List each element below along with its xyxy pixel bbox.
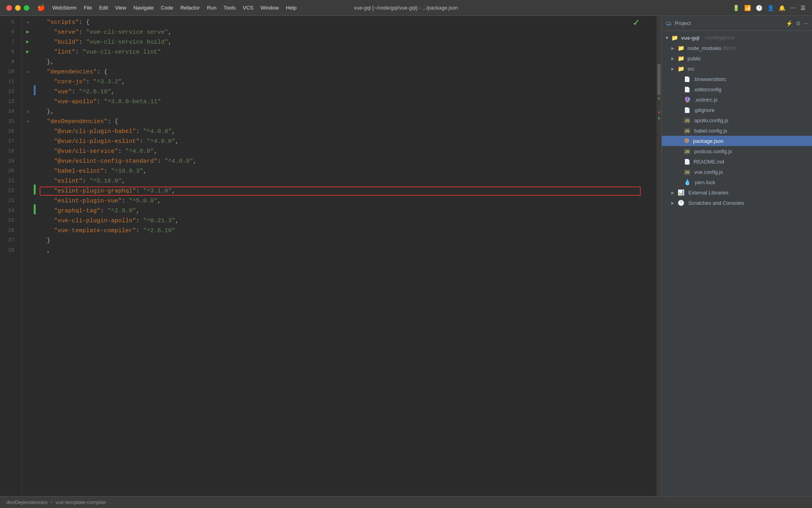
line-number-6: 6 (0, 27, 17, 37)
close-button[interactable] (6, 5, 12, 11)
minimize-button[interactable] (15, 5, 21, 11)
code-line-12[interactable]: "vue": "^2.6.10", (40, 87, 657, 97)
run-arrow[interactable]: ▶ (26, 38, 29, 46)
root-name: vue-gql (681, 35, 699, 41)
code-line-10[interactable]: "dependencies": { (40, 67, 657, 77)
code-line-28[interactable]: , (40, 246, 657, 256)
tree-item-scratches-and-consoles[interactable]: ▶🕐Scratches and Consoles (662, 198, 812, 208)
gutter-item-11 (22, 77, 34, 87)
menu-code[interactable]: Code (161, 5, 173, 11)
code-line-22[interactable]: "eslint-plugin-graphql": "^3.1.0", (40, 186, 657, 196)
js-icon: JS (684, 128, 690, 134)
code-line-15[interactable]: "devDependencies": { (40, 117, 657, 127)
editor-content[interactable]: 5678910111213141516171819202122232425262… (0, 16, 661, 496)
collapse-icon[interactable]: ─ (804, 20, 808, 27)
code-line-6[interactable]: "serve": "vue-cli-service serve", (40, 27, 657, 37)
gutter-item-10: ◇ (22, 67, 34, 77)
gutter-item-7[interactable]: ▶ (22, 37, 34, 47)
code-line-24[interactable]: "graphql-tag": "^2.9.0", (40, 206, 657, 216)
code-line-18[interactable]: "@vue/cli-service": "^4.0.0", (40, 146, 657, 156)
tree-item-external-libraries[interactable]: ▶📊External Libraries (662, 187, 812, 198)
fold-diamond[interactable]: ◇ (27, 109, 29, 115)
maximize-button[interactable] (24, 5, 29, 11)
tree-item-vue-config-js[interactable]: JSvue.config.js (662, 167, 812, 177)
fold-diamond[interactable]: ◇ (27, 119, 29, 125)
editor-scrollbar[interactable] (657, 16, 661, 496)
code-line-19[interactable]: "@vue/eslint-config-standard": "^4.0.0", (40, 156, 657, 166)
notification-icon: 🔔 (779, 5, 785, 11)
gutter-item-20 (22, 166, 34, 176)
menu-file[interactable]: File (84, 5, 92, 11)
gutter-item-9 (22, 57, 34, 67)
gutter-item-6[interactable]: ▶ (22, 27, 34, 37)
menu-window[interactable]: Window (260, 5, 279, 11)
folder-icon: 📁 (678, 65, 684, 72)
run-arrow[interactable]: ▶ (26, 28, 29, 37)
code-line-5[interactable]: "scripts": { (40, 17, 657, 27)
tree-item--eslintrc-js[interactable]: 🔮.eslintrc.js (662, 94, 812, 105)
run-arrow[interactable]: ▶ (26, 48, 29, 56)
settings-icon[interactable]: ⚙ (796, 20, 801, 27)
menu-tools[interactable]: Tools (224, 5, 236, 11)
code-line-14[interactable]: }, (40, 107, 657, 117)
tree-item-package-json[interactable]: ⚙package.json (662, 136, 812, 146)
menu-webstorm[interactable]: WebStorm (52, 5, 77, 11)
tree-item-readme-md[interactable]: 📄README.md (662, 156, 812, 167)
code-line-11[interactable]: "core-js": "^3.3.2", (40, 77, 657, 87)
apple-menu[interactable]: 🍎 (37, 4, 45, 12)
gutter-item-19 (22, 156, 34, 166)
filter-icon[interactable]: ⚡ (786, 20, 793, 27)
title-bar-right: 🔋 📶 🕐 👤 🔔 ⋯ ☰ (733, 5, 806, 11)
fold-diamond[interactable]: ◇ (27, 69, 29, 75)
code-line-26[interactable]: "vue-template-compiler": "^2.6.10" (40, 226, 657, 236)
file-icon-wrap: JS (684, 127, 691, 134)
code-lines[interactable]: "scripts": { "serve": "vue-cli-service s… (36, 16, 657, 496)
menu-vcs[interactable]: VCS (243, 5, 253, 11)
line-number-28: 28 (0, 246, 17, 256)
yarn-icon: 💧 (684, 179, 691, 185)
tree-item-name: Scratches and Consoles (688, 200, 744, 206)
code-line-27[interactable]: } (40, 236, 657, 246)
code-line-20[interactable]: "babel-eslint": "^10.0.3", (40, 166, 657, 176)
tree-item-yarn-lock[interactable]: 💧yarn.lock (662, 177, 812, 187)
window-title: vue-gql [~/code/gql/vue-gql] - .../packa… (354, 5, 458, 11)
code-line-25[interactable]: "vue-cli-plugin-apollo": "^0.21.3", (40, 216, 657, 226)
menu-refactor[interactable]: Refactor (180, 5, 200, 11)
root-path: ~/code/gql/vue (703, 35, 734, 40)
editor-area[interactable]: ✓ 56789101112131415161718192021222324252… (0, 16, 661, 496)
tree-item-apollo-config-js[interactable]: JSapollo.config.js (662, 115, 812, 125)
line-number-19: 19 (0, 156, 17, 166)
tree-item-src[interactable]: ▶📁src (662, 64, 812, 74)
code-line-8[interactable]: "lint": "vue-cli-service lint" (40, 47, 657, 57)
code-line-23[interactable]: "eslint-plugin-vue": "^5.0.0", (40, 196, 657, 206)
tree-item--gitignore[interactable]: 📄.gitignore (662, 105, 812, 115)
line-number-21: 21 (0, 176, 17, 186)
fold-diamond[interactable]: ◇ (27, 19, 29, 26)
gutter-item-28 (22, 246, 34, 256)
menu-navigate[interactable]: Navigate (133, 5, 153, 11)
code-line-9[interactable]: }, (40, 57, 657, 67)
breadcrumb-devdependencies[interactable]: devDependencies (6, 499, 48, 505)
tree-item-node-modules[interactable]: ▶📁node_modules library (662, 43, 812, 53)
code-line-17[interactable]: "@vue/cli-plugin-eslint": "^4.0.0", (40, 137, 657, 146)
tree-item-babel-config-js[interactable]: JSbabel.config.js (662, 125, 812, 136)
tree-root[interactable]: ▼ 📁 vue-gql ~/code/gql/vue (662, 33, 812, 43)
code-line-21[interactable]: "eslint": "^5.16.0", (40, 176, 657, 186)
tree-item-name: vue.config.js (694, 169, 723, 175)
menu-view[interactable]: View (115, 5, 126, 11)
tree-item-public[interactable]: ▶📁public (662, 53, 812, 64)
code-line-16[interactable]: "@vue/cli-plugin-babel": "^4.0.0", (40, 127, 657, 137)
menu-edit[interactable]: Edit (99, 5, 108, 11)
menu-run[interactable]: Run (207, 5, 216, 11)
gutter-item-8[interactable]: ▶ (22, 47, 34, 57)
breadcrumb-vue-template-compiler[interactable]: vue-template-compiler (56, 499, 107, 505)
tree-item--editorconfig[interactable]: 📄.editorconfig (662, 84, 812, 94)
code-line-7[interactable]: "build": "vue-cli-service build", (40, 37, 657, 47)
tree-item-name: public (688, 56, 701, 62)
line-numbers: 5678910111213141516171819202122232425262… (0, 16, 22, 496)
tree-item--browserslistrc[interactable]: 📄.browserslistrc (662, 74, 812, 84)
file-icon: 📄 (684, 87, 690, 92)
code-line-13[interactable]: "vue-apollo": "^3.0.0-beta.11" (40, 97, 657, 107)
menu-help[interactable]: Help (286, 5, 297, 11)
tree-item-postcss-config-js[interactable]: JSpostcss.config.js (662, 146, 812, 156)
